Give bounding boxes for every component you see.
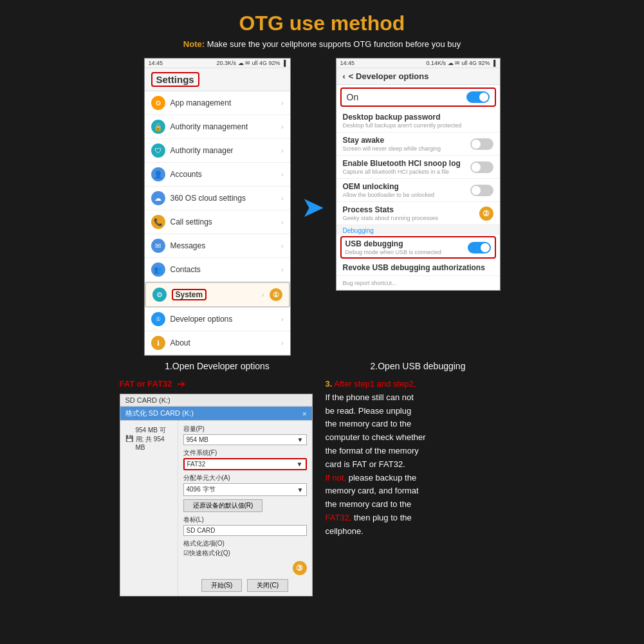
settings-item-app[interactable]: ⚙ App management ›: [145, 91, 290, 115]
phone1-header-label: Settings: [151, 72, 199, 87]
cloud-chevron: ›: [281, 194, 284, 202]
quick-format-check[interactable]: ☑快速格式化(Q): [183, 549, 307, 558]
phone2-header: ‹ < Developer options: [336, 68, 500, 85]
bt-title: Enable Bluetooth HCI snoop log: [343, 159, 468, 168]
circle-1: ①: [270, 288, 282, 301]
app-label: App management: [170, 98, 232, 107]
settings-item-contacts[interactable]: 👥 Contacts ›: [145, 258, 290, 282]
restore-btn[interactable]: 还原设备的默认值(R): [183, 499, 263, 512]
caption2: 2.Open USB debugging: [313, 361, 523, 371]
developer-icon: ①: [151, 312, 165, 326]
settings-item-accounts[interactable]: 👤 Accounts ›: [145, 163, 290, 187]
on-toggle[interactable]: [466, 91, 490, 103]
fs-select[interactable]: FAT32 ▼: [183, 458, 307, 470]
settings-item-cloud[interactable]: ☁ 360 OS cloud settings ›: [145, 187, 290, 210]
system-label: System: [172, 289, 207, 300]
bt-toggle[interactable]: [470, 161, 493, 173]
contacts-icon: 👥: [151, 262, 165, 277]
arrow-container: ➤: [291, 190, 336, 223]
step3-line6: the format of the memory: [326, 445, 525, 458]
format-dialog: SD CARD (K:) 格式化 SD CARD (K:) × 💾 954 MB…: [120, 394, 313, 596]
disk-icon: 💾: [125, 435, 133, 442]
about-icon: ℹ: [151, 336, 165, 350]
settings-item-about[interactable]: ℹ About ›: [145, 331, 290, 355]
format-options-row: 格式化选项(O) ☑快速格式化(Q): [183, 539, 307, 558]
top-row: 14:45 20.3K/s ☁ ✉ ull 4G 92% ▐ Settings …: [13, 58, 631, 356]
dialog-title-left: SD CARD (K:): [125, 396, 170, 404]
settings-item-authmgr[interactable]: 🛡 Authority manager ›: [145, 139, 290, 163]
capacity-select[interactable]: 954 MB ▼: [183, 434, 307, 445]
dev-item-stats: Process Stats Geeky stats about running …: [336, 202, 500, 225]
usb-debug-row[interactable]: USB debugging Debug mode when USB is con…: [340, 236, 496, 259]
phone2-screen: 14:45 0.14K/s ☁ ✉ ull 4G 92% ▐ ‹ < Devel…: [336, 58, 501, 291]
step3-red1: After step1 and step2,: [334, 379, 416, 389]
fs-value: FAT32: [187, 461, 206, 468]
cluster-row: 分配单元大小(A) 4096 字节 ▼: [183, 474, 307, 496]
step3-line7: card is FAT or FAT32.: [326, 458, 525, 472]
accounts-icon: 👤: [151, 167, 165, 181]
dev-item-bug: Bug report shortcut...: [336, 276, 500, 290]
authm-label: Authority management: [170, 122, 248, 131]
fs-chevron: ▼: [297, 461, 303, 468]
developer-chevron: ›: [281, 315, 284, 323]
dialog-right: 容量(P) 954 MB ▼ 文件系统(F) FAT32 ▼: [178, 421, 312, 596]
circle-2: ②: [479, 207, 493, 221]
settings-item-authm[interactable]: 🔒 Authority management ›: [145, 115, 290, 139]
dialog-left: 💾 954 MB 可用; 共 954 MB: [120, 421, 178, 596]
system-icon: ⚙: [152, 288, 167, 302]
contacts-chevron: ›: [281, 266, 284, 273]
step3-plug: then plug to the: [354, 513, 412, 522]
authm-chevron: ›: [281, 123, 284, 131]
messages-label: Messages: [170, 241, 206, 250]
cluster-value: 4096 字节: [187, 485, 216, 494]
settings-item-messages[interactable]: ✉ Messages ›: [145, 234, 290, 258]
authmgr-label: Authority manager: [170, 146, 234, 155]
about-label: About: [170, 338, 190, 347]
oem-title: OEM unlocking: [343, 182, 468, 191]
fat-label-row: FAT or FAT32 ➜: [120, 378, 186, 390]
usb-debug-toggle[interactable]: [468, 242, 491, 253]
close-icon[interactable]: ×: [302, 410, 306, 418]
dev-item-awake: Stay awake Screen will never sleep while…: [336, 133, 500, 156]
awake-toggle[interactable]: [470, 138, 493, 150]
note-line: Note: Make sure the your cellphone suppo…: [183, 39, 461, 49]
fs-label: 文件系统(F): [183, 448, 307, 457]
dev-item-revoke: Revoke USB debugging authorizations: [336, 260, 500, 276]
phone2-time: 14:45: [340, 60, 355, 66]
oem-sub: Allow the bootloader to be unlocked: [343, 192, 468, 198]
phone1-signal: 20.3K/s ☁ ✉ ull 4G 92% ▐: [217, 60, 286, 66]
step3-block: 3. After step1 and step2, If the phone s…: [326, 378, 525, 538]
step3-line9: memory card, and format: [326, 484, 525, 498]
step3-line5: computer to check whether: [326, 431, 525, 445]
on-row[interactable]: On: [340, 87, 496, 107]
phone2-status: 14:45 0.14K/s ☁ ✉ ull 4G 92% ▐: [336, 59, 500, 68]
disk-label: 954 MB 可用; 共 954 MB: [136, 426, 172, 451]
bottom-row: FAT or FAT32 ➜ SD CARD (K:) 格式化 SD CARD …: [13, 378, 631, 596]
caption-row: 1.Open Developer options 2.Open USB debu…: [13, 361, 631, 371]
volume-label: 卷标(L): [183, 515, 307, 524]
settings-item-developer[interactable]: ① Developer options ›: [145, 308, 290, 331]
volume-input[interactable]: SD CARD: [183, 525, 307, 536]
right-arrow-icon: ➤: [301, 190, 325, 223]
backup-sub: Desktop full backups aren't currently pr…: [343, 122, 493, 129]
cluster-chevron: ▼: [297, 486, 304, 493]
step3-line11: FAT32, then plug to the: [326, 511, 525, 525]
authm-icon: 🔒: [151, 120, 165, 134]
authmgr-icon: 🛡: [151, 143, 165, 158]
cluster-select[interactable]: 4096 字节 ▼: [183, 483, 307, 496]
volume-row: 卷标(L) SD CARD: [183, 515, 307, 536]
oem-toggle[interactable]: [470, 185, 493, 196]
note-text: Make sure the your cellphone supports OT…: [207, 39, 461, 49]
start-btn[interactable]: 开始(S): [201, 579, 242, 592]
restore-row: 还原设备的默认值(R): [183, 499, 307, 512]
settings-item-call[interactable]: 📞 Call settings ›: [145, 210, 290, 234]
awake-title: Stay awake: [343, 136, 441, 145]
phone1-time: 14:45: [149, 60, 163, 66]
step3-line3: be read. Please unplug: [326, 405, 525, 418]
disk-item: 💾 954 MB 可用; 共 954 MB: [125, 426, 172, 451]
awake-sub: Screen will never sleep while charging: [343, 145, 441, 152]
close-btn[interactable]: 关闭(C): [247, 579, 288, 592]
note-label: Note:: [183, 39, 205, 49]
cloud-icon: ☁: [151, 191, 165, 205]
settings-item-system[interactable]: ⚙ System › ①: [145, 282, 290, 308]
